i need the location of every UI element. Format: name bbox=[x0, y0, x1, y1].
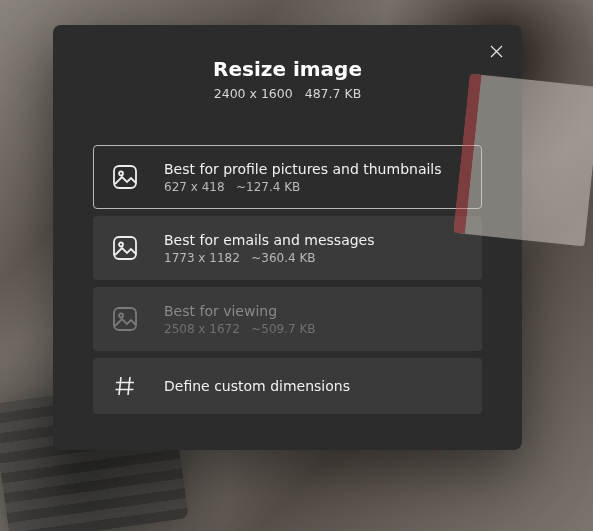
option-meta: 1773 x 1182 ~360.4 KB bbox=[164, 251, 375, 265]
svg-rect-0 bbox=[114, 166, 136, 188]
option-viewing[interactable]: Best for viewing 2508 x 1672 ~509.7 KB bbox=[93, 287, 482, 351]
option-label: Best for emails and messages bbox=[164, 232, 375, 248]
option-label: Best for viewing bbox=[164, 303, 316, 319]
resize-options-list: Best for profile pictures and thumbnails… bbox=[93, 145, 482, 414]
option-emails-messages[interactable]: Best for emails and messages 1773 x 1182… bbox=[93, 216, 482, 280]
picture-icon bbox=[110, 162, 140, 192]
option-label: Best for profile pictures and thumbnails bbox=[164, 161, 442, 177]
original-image-meta: 2400 x 1600487.7 KB bbox=[53, 86, 522, 101]
picture-icon bbox=[110, 233, 140, 263]
hash-icon bbox=[110, 371, 140, 401]
option-meta: 627 x 418 ~127.4 KB bbox=[164, 180, 442, 194]
svg-point-3 bbox=[119, 243, 123, 247]
picture-icon bbox=[110, 304, 140, 334]
svg-rect-2 bbox=[114, 237, 136, 259]
dialog-title: Resize image bbox=[53, 57, 522, 81]
option-custom-dimensions[interactable]: Define custom dimensions bbox=[93, 358, 482, 414]
svg-point-1 bbox=[119, 172, 123, 176]
option-label: Define custom dimensions bbox=[164, 378, 350, 394]
option-profile-thumbnails[interactable]: Best for profile pictures and thumbnails… bbox=[93, 145, 482, 209]
resize-image-dialog: Resize image 2400 x 1600487.7 KB Best fo… bbox=[53, 25, 522, 450]
original-dimensions: 2400 x 1600 bbox=[214, 86, 293, 101]
original-size: 487.7 KB bbox=[305, 86, 362, 101]
background-image: Resize image 2400 x 1600487.7 KB Best fo… bbox=[0, 0, 593, 531]
svg-rect-4 bbox=[114, 308, 136, 330]
dialog-header: Resize image 2400 x 1600487.7 KB bbox=[53, 57, 522, 101]
close-icon bbox=[490, 45, 503, 58]
svg-point-5 bbox=[119, 314, 123, 318]
close-button[interactable] bbox=[484, 39, 508, 63]
option-meta: 2508 x 1672 ~509.7 KB bbox=[164, 322, 316, 336]
